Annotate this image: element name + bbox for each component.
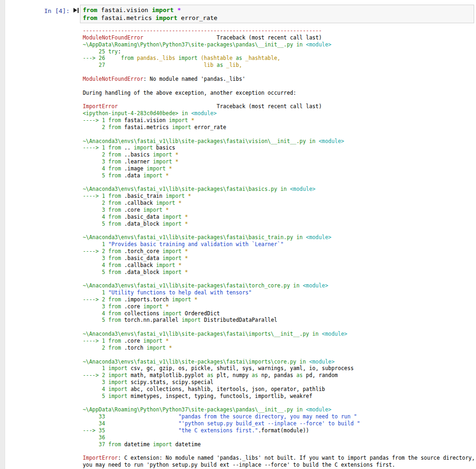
code-segment: 4 <box>83 165 108 172</box>
code-segment: import <box>108 393 127 399</box>
code-segment: * <box>162 303 169 310</box>
traceback-line: 25 try: <box>83 48 476 55</box>
code-segment: OrderedDict <box>182 310 220 317</box>
code-segment: 34 <box>83 420 108 427</box>
code-segment: collections <box>121 310 162 317</box>
code-segment: import <box>156 262 175 268</box>
code-segment: : C extension: No module named 'pandas._… <box>118 455 475 461</box>
code-segment: 27 <box>83 62 108 68</box>
traceback-line: During handling of the above exception, … <box>83 90 476 97</box>
traceback-line: ImportError Traceback (most recent call … <box>83 103 476 110</box>
code-segment: import <box>143 172 162 179</box>
code-segment: * <box>182 269 188 275</box>
code-segment: datetime <box>172 441 201 448</box>
code-segment: * <box>182 221 188 227</box>
traceback-line: 4 import abc, collections, hashlib, iter… <box>83 386 476 393</box>
code-segment: basics <box>153 144 175 151</box>
traceback-line: 2 from ..basics import * <box>83 151 476 158</box>
code-segment: .format(module)) <box>258 427 309 434</box>
code-segment: ---> 26 <box>83 55 121 61</box>
code-segment: ---> 35 <box>83 427 108 434</box>
code-segment: .basic_data <box>121 255 162 261</box>
traceback-line <box>83 352 476 358</box>
code-segment: np, pandas <box>258 372 296 378</box>
code-segment <box>108 420 178 427</box>
code-segment: * <box>185 193 191 199</box>
code-segment: from <box>108 248 121 254</box>
traceback-line <box>83 83 476 90</box>
code-segment: as <box>297 372 303 378</box>
code-segment: fastai.metrics <box>121 124 172 130</box>
code-segment: 4 <box>83 386 108 392</box>
code-segment: .learner <box>121 158 153 165</box>
code-segment: mimetypes, inspect, typing, functools, i… <box>127 393 312 399</box>
code-segment: _hashtable, <box>242 55 280 61</box>
code-segment: import <box>172 124 191 130</box>
traceback-line: ~\Anaconda3\envs\fastai_v1\lib\site-pack… <box>83 186 476 193</box>
code-segment: ----> 2 <box>83 248 108 254</box>
code-segment: scipy.stats, scipy.special <box>127 379 213 385</box>
code-segment: from <box>108 269 121 275</box>
code-segment: from <box>108 117 121 124</box>
code-segment: from <box>108 172 121 179</box>
run-cell-icon[interactable] <box>73 8 80 13</box>
code-segment: ~\Anaconda3\envs\fastai_v1\lib\site-pack… <box>83 234 306 241</box>
traceback-line: 1 "Provides basic training and validatio… <box>83 241 476 248</box>
code-segment: import <box>162 248 181 254</box>
code-segment: * <box>182 214 188 220</box>
code-segment: ----------------------------------------… <box>83 27 322 34</box>
traceback-line <box>83 227 476 234</box>
code-segment: from <box>108 441 121 448</box>
code-segment: During handling of the above exception, … <box>83 90 296 96</box>
code-segment: error_rate <box>178 14 218 21</box>
code-segment: from <box>108 262 121 268</box>
traceback-line: 2 from .callback import * <box>83 200 476 207</box>
code-segment: import <box>162 310 181 317</box>
code-segment: ~\AppData\Roaming\Python\Python37\site-p… <box>83 406 306 413</box>
traceback-line: ~\AppData\Roaming\Python\Python37\site-p… <box>83 41 476 48</box>
traceback-line: ~\Anaconda3\envs\fastai_v1\lib\site-pack… <box>83 234 476 241</box>
code-editor[interactable]: from fastai.vision import *from fastai.m… <box>80 5 474 23</box>
traceback-line: ImportError: C extension: No module name… <box>83 455 476 462</box>
code-segment: ~\Anaconda3\envs\fastai_v1\lib\site-pack… <box>83 186 290 192</box>
code-segment: import <box>146 345 165 351</box>
traceback-line: 4 from .image import * <box>83 165 476 172</box>
code-segment: import <box>165 193 185 199</box>
code-segment: from <box>108 165 121 172</box>
code-segment: .basic_data <box>121 214 162 220</box>
play-triangle-icon <box>73 8 77 13</box>
code-segment: from <box>108 338 121 344</box>
code-segment: import <box>108 365 127 371</box>
code-segment: you may need to run 'python setup.py bui… <box>83 462 395 468</box>
code-segment: from <box>83 7 97 13</box>
code-segment: 5 <box>83 221 108 227</box>
code-segment: 36 <box>83 434 108 441</box>
traceback-line <box>83 96 476 103</box>
traceback-line: 27 lib as _lib, <box>83 62 476 69</box>
code-segment: .basic_train <box>121 193 165 199</box>
code-segment: <module> <box>290 186 316 192</box>
code-segment: ..basics <box>121 151 153 158</box>
code-segment: 2 <box>83 124 108 130</box>
code-segment: import <box>162 269 181 275</box>
code-segment: import <box>153 151 172 158</box>
code-segment: .core <box>121 207 143 213</box>
code-segment: ImportError <box>83 455 118 461</box>
code-segment: * <box>165 165 172 172</box>
code-segment: * <box>172 158 178 165</box>
traceback-line <box>83 179 476 186</box>
code-segment: * <box>165 345 172 351</box>
code-segment: import <box>156 200 175 206</box>
traceback-line: ----> 1 from .core import * <box>83 338 476 345</box>
code-input-lines[interactable]: from fastai.vision import *from fastai.m… <box>83 6 472 22</box>
code-segment <box>108 427 178 434</box>
traceback-line: 37 from datetime import datetime <box>83 441 476 448</box>
code-segment: from <box>108 345 121 351</box>
code-segment: 2 <box>83 151 108 158</box>
code-segment: .callback <box>121 200 156 206</box>
code-segment: 2 <box>83 345 108 351</box>
notebook-page: In [4]: from fastai.vision import *from … <box>0 0 476 469</box>
traceback-line: 2 from fastai.metrics import error_rate <box>83 124 476 131</box>
code-segment: 25 <box>83 48 108 55</box>
code-segment: import <box>169 117 188 124</box>
